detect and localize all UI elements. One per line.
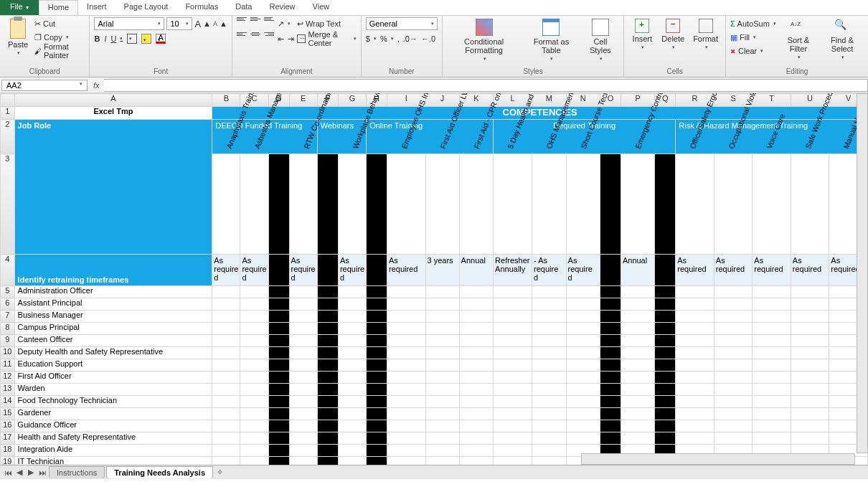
data-cell[interactable] — [714, 311, 753, 323]
data-cell[interactable] — [791, 384, 829, 396]
job-role-cell[interactable]: Health and Safety Representative — [14, 432, 212, 445]
data-cell[interactable] — [791, 323, 829, 335]
data-cell[interactable] — [655, 420, 676, 432]
borders-button[interactable] — [127, 34, 137, 44]
diag-header-cell[interactable]: OHS Management Nominee — [532, 154, 567, 255]
data-cell[interactable] — [494, 323, 532, 335]
data-cell[interactable] — [425, 286, 459, 298]
data-cell[interactable] — [240, 372, 268, 384]
data-cell[interactable] — [268, 372, 289, 384]
data-cell[interactable] — [791, 396, 829, 408]
data-cell[interactable] — [459, 311, 494, 323]
align-bottom-button[interactable] — [264, 17, 274, 26]
currency-button[interactable]: $ — [366, 32, 377, 45]
data-cell[interactable] — [289, 323, 317, 335]
data-cell[interactable] — [268, 396, 289, 408]
data-cell[interactable] — [240, 420, 268, 432]
data-cell[interactable] — [240, 359, 268, 372]
data-cell[interactable] — [566, 286, 600, 298]
data-cell[interactable] — [753, 384, 791, 396]
data-cell[interactable] — [459, 384, 494, 396]
data-cell[interactable] — [494, 408, 532, 420]
data-cell[interactable] — [791, 420, 829, 432]
diag-header-cell[interactable]: Voice Care — [753, 154, 791, 255]
underline-button[interactable]: U — [110, 32, 123, 45]
diag-header-cell[interactable]: Employee OHS Induction Training — [387, 154, 426, 255]
data-cell[interactable] — [532, 445, 567, 457]
data-cell[interactable] — [387, 420, 426, 432]
row-header[interactable]: 2 — [1, 120, 15, 154]
sheet-nav-last[interactable]: ⏭ — [37, 468, 47, 477]
diag-header-cell[interactable]: Asbestos Management — [240, 154, 268, 255]
cell-subheader-online[interactable]: Online Training — [367, 120, 494, 154]
data-cell[interactable] — [240, 286, 268, 298]
data-cell[interactable] — [459, 323, 494, 335]
timeframe-cell[interactable]: Annual — [621, 255, 655, 286]
data-cell[interactable] — [676, 420, 714, 432]
data-cell[interactable] — [425, 372, 459, 384]
data-cell[interactable] — [240, 445, 268, 457]
diag-header-cell[interactable] — [600, 154, 621, 255]
data-cell[interactable] — [425, 445, 459, 457]
data-cell[interactable] — [338, 323, 366, 335]
bold-button[interactable]: B — [94, 32, 100, 45]
align-left-button[interactable] — [237, 32, 247, 41]
wrap-text-button[interactable]: Wrap Text — [297, 17, 357, 30]
data-cell[interactable] — [676, 384, 714, 396]
new-sheet-button[interactable]: ✧ — [214, 468, 225, 477]
decrease-indent-button[interactable]: ⇤ — [278, 32, 284, 45]
data-cell[interactable] — [791, 432, 829, 445]
data-cell[interactable] — [338, 384, 366, 396]
col-header[interactable]: G — [338, 94, 366, 107]
data-cell[interactable] — [317, 408, 338, 420]
data-cell[interactable] — [367, 396, 387, 408]
sheet-nav-next[interactable]: ▶ — [26, 468, 36, 477]
data-cell[interactable] — [459, 420, 494, 432]
data-cell[interactable] — [655, 396, 676, 408]
data-cell[interactable] — [338, 408, 366, 420]
data-cell[interactable] — [753, 335, 791, 347]
timeframe-cell[interactable]: - As require d — [532, 255, 567, 286]
data-cell[interactable] — [532, 420, 567, 432]
data-cell[interactable] — [600, 372, 621, 384]
paste-button[interactable]: Paste — [4, 17, 32, 57]
data-cell[interactable] — [621, 408, 655, 420]
data-cell[interactable] — [387, 359, 426, 372]
data-cell[interactable] — [425, 298, 459, 311]
data-cell[interactable] — [289, 384, 317, 396]
data-cell[interactable] — [212, 408, 240, 420]
data-cell[interactable] — [676, 408, 714, 420]
data-cell[interactable] — [289, 372, 317, 384]
row-header[interactable]: 4 — [1, 255, 15, 286]
data-cell[interactable] — [676, 432, 714, 445]
data-cell[interactable] — [532, 372, 567, 384]
tab-formulas[interactable]: Formulas — [176, 0, 227, 15]
data-cell[interactable] — [367, 286, 387, 298]
data-cell[interactable] — [240, 323, 268, 335]
data-cell[interactable] — [367, 445, 387, 457]
data-cell[interactable] — [566, 323, 600, 335]
data-cell[interactable] — [753, 420, 791, 432]
data-cell[interactable] — [338, 372, 366, 384]
data-cell[interactable] — [600, 347, 621, 359]
row-header[interactable]: 12 — [1, 372, 15, 384]
data-cell[interactable] — [655, 311, 676, 323]
row-header[interactable]: 6 — [1, 298, 15, 311]
data-cell[interactable] — [532, 286, 567, 298]
data-cell[interactable] — [494, 298, 532, 311]
data-cell[interactable] — [289, 286, 317, 298]
data-cell[interactable] — [566, 335, 600, 347]
job-role-cell[interactable]: Deputy Health and Safety Representative — [14, 347, 212, 359]
data-cell[interactable] — [621, 311, 655, 323]
tab-view[interactable]: View — [304, 0, 339, 15]
data-cell[interactable] — [425, 359, 459, 372]
diag-header-cell[interactable] — [655, 154, 676, 255]
timeframe-cell[interactable] — [600, 255, 621, 286]
sort-filter-button[interactable]: Sort & Filter — [779, 17, 818, 62]
data-cell[interactable] — [317, 311, 338, 323]
data-cell[interactable] — [459, 408, 494, 420]
data-cell[interactable] — [600, 396, 621, 408]
data-cell[interactable] — [459, 396, 494, 408]
data-cell[interactable] — [676, 311, 714, 323]
data-cell[interactable] — [268, 359, 289, 372]
